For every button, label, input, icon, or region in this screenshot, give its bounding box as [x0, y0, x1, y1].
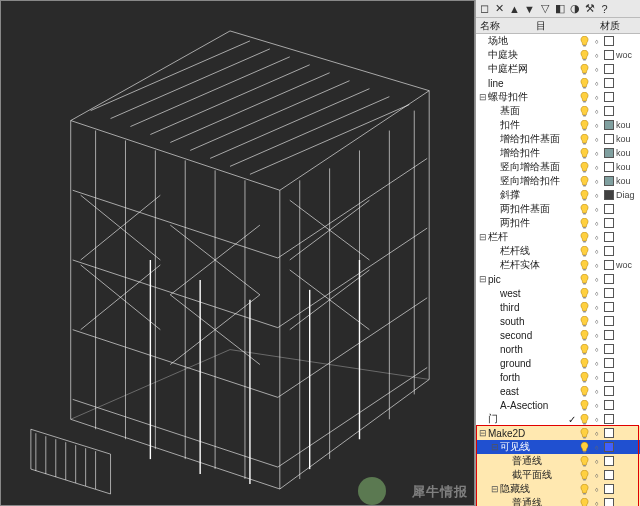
color-swatch[interactable]: [604, 106, 614, 116]
visibility-bulb-icon[interactable]: [578, 190, 590, 201]
layer-row[interactable]: 基面⬨: [476, 104, 640, 118]
color-swatch[interactable]: [604, 274, 614, 284]
lock-icon[interactable]: ⬨: [590, 148, 602, 158]
expander-icon[interactable]: ⊟: [478, 232, 488, 242]
color-swatch[interactable]: [604, 330, 614, 340]
visibility-bulb-icon[interactable]: [578, 428, 590, 439]
layer-row[interactable]: 门✓⬨: [476, 412, 640, 426]
layer-row[interactable]: 场地⬨: [476, 34, 640, 48]
layer-row[interactable]: ⊟隐藏线⬨: [476, 482, 640, 496]
layer-row[interactable]: 两扣件⬨: [476, 216, 640, 230]
color-swatch[interactable]: [604, 50, 614, 60]
visibility-bulb-icon[interactable]: [578, 36, 590, 47]
lock-icon[interactable]: ⬨: [590, 400, 602, 410]
visibility-bulb-icon[interactable]: [578, 358, 590, 369]
color-swatch[interactable]: [604, 120, 614, 130]
lock-icon[interactable]: ⬨: [590, 428, 602, 438]
layer-row[interactable]: line⬨: [476, 76, 640, 90]
visibility-bulb-icon[interactable]: [578, 386, 590, 397]
lock-icon[interactable]: ⬨: [590, 92, 602, 102]
visibility-bulb-icon[interactable]: [578, 344, 590, 355]
visibility-bulb-icon[interactable]: [578, 176, 590, 187]
visibility-bulb-icon[interactable]: [578, 274, 590, 285]
color-swatch[interactable]: [604, 414, 614, 424]
lock-icon[interactable]: ⬨: [590, 106, 602, 116]
layer-row[interactable]: 栏杆线⬨: [476, 244, 640, 258]
help-icon[interactable]: ?: [598, 2, 611, 15]
move-up-icon[interactable]: ▲: [508, 2, 521, 15]
lock-icon[interactable]: ⬨: [590, 162, 602, 172]
color-swatch[interactable]: [604, 400, 614, 410]
color-swatch[interactable]: [604, 190, 614, 200]
color-swatch[interactable]: [604, 176, 614, 186]
color-swatch[interactable]: [604, 344, 614, 354]
visibility-bulb-icon[interactable]: [578, 372, 590, 383]
layer-row[interactable]: 斜撑⬨Diag: [476, 188, 640, 202]
layer-row[interactable]: east⬨: [476, 384, 640, 398]
layer-row[interactable]: 两扣件基面⬨: [476, 202, 640, 216]
color-swatch[interactable]: [604, 246, 614, 256]
layer-row[interactable]: ⊟Make2D⬨: [476, 426, 640, 440]
color-swatch[interactable]: [604, 372, 614, 382]
hammer-icon[interactable]: ⚒: [583, 2, 596, 15]
visibility-bulb-icon[interactable]: [578, 148, 590, 159]
color-swatch[interactable]: [604, 456, 614, 466]
layer-row[interactable]: 竖向增给基面⬨kou: [476, 160, 640, 174]
lock-icon[interactable]: ⬨: [590, 288, 602, 298]
lock-icon[interactable]: ⬨: [590, 176, 602, 186]
color-swatch[interactable]: [604, 92, 614, 102]
expander-icon[interactable]: ⊟: [478, 274, 488, 284]
visibility-bulb-icon[interactable]: [578, 302, 590, 313]
color-swatch[interactable]: [604, 232, 614, 242]
lock-icon[interactable]: ⬨: [590, 498, 602, 506]
color-swatch[interactable]: [604, 428, 614, 438]
visibility-bulb-icon[interactable]: [578, 246, 590, 257]
color-swatch[interactable]: [604, 386, 614, 396]
color-swatch[interactable]: [604, 162, 614, 172]
visibility-bulb-icon[interactable]: [578, 414, 590, 425]
visibility-bulb-icon[interactable]: [578, 106, 590, 117]
visibility-bulb-icon[interactable]: [578, 484, 590, 495]
visibility-bulb-icon[interactable]: [578, 78, 590, 89]
visibility-bulb-icon[interactable]: [578, 498, 590, 507]
visibility-bulb-icon[interactable]: [578, 162, 590, 173]
new-layer-icon[interactable]: ◻: [478, 2, 491, 15]
layer-row[interactable]: 增给扣件⬨kou: [476, 146, 640, 160]
lock-icon[interactable]: ⬨: [590, 330, 602, 340]
layer-row[interactable]: 普通线⬨: [476, 496, 640, 506]
visibility-bulb-icon[interactable]: [578, 456, 590, 467]
layer-row[interactable]: 中庭块⬨woc: [476, 48, 640, 62]
visibility-bulb-icon[interactable]: [578, 204, 590, 215]
layer-row[interactable]: 截平面线⬨: [476, 468, 640, 482]
visibility-bulb-icon[interactable]: [578, 50, 590, 61]
color-swatch[interactable]: [604, 316, 614, 326]
lock-icon[interactable]: ⬨: [590, 372, 602, 382]
color-swatch[interactable]: [604, 442, 614, 452]
visibility-bulb-icon[interactable]: [578, 260, 590, 271]
expander-icon[interactable]: ⊟: [478, 92, 488, 102]
lock-icon[interactable]: ⬨: [590, 64, 602, 74]
lock-icon[interactable]: ⬨: [590, 414, 602, 424]
visibility-bulb-icon[interactable]: [578, 288, 590, 299]
visibility-bulb-icon[interactable]: [578, 64, 590, 75]
lock-icon[interactable]: ⬨: [590, 232, 602, 242]
lock-icon[interactable]: ⬨: [590, 260, 602, 270]
layer-row[interactable]: A-Asection⬨: [476, 398, 640, 412]
color-swatch[interactable]: [604, 204, 614, 214]
lock-icon[interactable]: ⬨: [590, 36, 602, 46]
visibility-bulb-icon[interactable]: [578, 400, 590, 411]
visibility-bulb-icon[interactable]: [578, 134, 590, 145]
visibility-bulb-icon[interactable]: [578, 316, 590, 327]
lock-icon[interactable]: ⬨: [590, 302, 602, 312]
lock-icon[interactable]: ⬨: [590, 316, 602, 326]
layer-row[interactable]: forth⬨: [476, 370, 640, 384]
lock-icon[interactable]: ⬨: [590, 134, 602, 144]
visibility-bulb-icon[interactable]: [578, 442, 590, 453]
layer-row[interactable]: ⊟栏杆⬨: [476, 230, 640, 244]
layer-row[interactable]: third⬨: [476, 300, 640, 314]
layer-row[interactable]: second⬨: [476, 328, 640, 342]
lock-icon[interactable]: ⬨: [590, 274, 602, 284]
color-swatch[interactable]: [604, 498, 614, 506]
expander-icon[interactable]: ⊟: [478, 428, 488, 438]
color-swatch[interactable]: [604, 358, 614, 368]
